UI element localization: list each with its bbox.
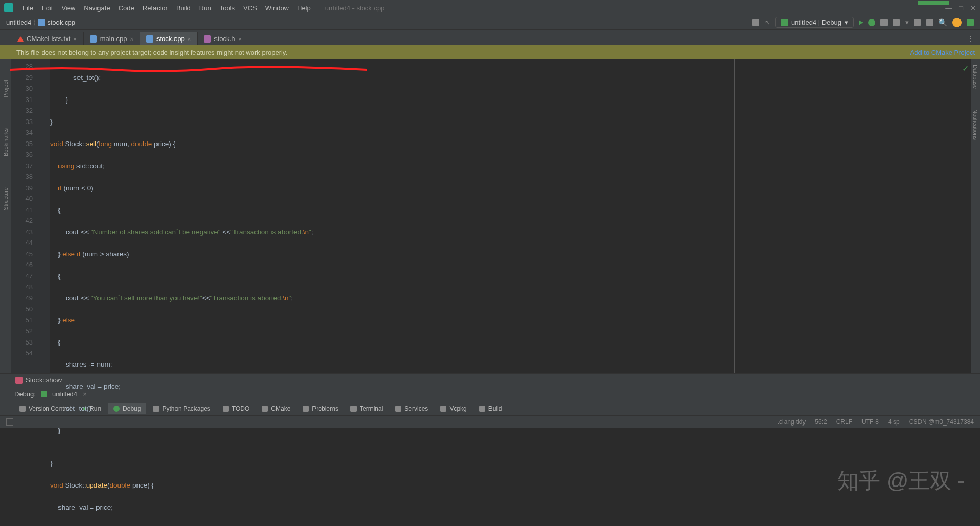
hammer-icon — [41, 391, 47, 397]
banner-text: This file does not belong to any project… — [16, 49, 287, 56]
menu-window[interactable]: Window — [261, 4, 293, 12]
coverage-icon[interactable] — [880, 19, 888, 26]
stop-icon[interactable] — [926, 19, 933, 26]
menu-tools[interactable]: Tools — [215, 4, 239, 12]
tabs-more-icon[interactable]: ⋮ — [961, 32, 980, 45]
cpp-file-icon — [38, 19, 45, 26]
tab-main-cpp[interactable]: main.cpp× — [84, 32, 140, 45]
menu-view[interactable]: View — [57, 4, 80, 12]
secondary-editor-pane: ✓ — [735, 59, 971, 373]
menu-run[interactable]: Run — [195, 4, 215, 12]
warning-banner: This file does not belong to any project… — [0, 45, 980, 59]
title-bar: File Edit View Navigate Code Refactor Bu… — [0, 0, 980, 15]
inspection-ok-icon[interactable]: ✓ — [962, 64, 969, 73]
tab-label: CMakeLists.txt — [27, 35, 70, 43]
close-tab-icon[interactable]: × — [73, 36, 76, 42]
status-indent[interactable]: 4 sp — [888, 418, 900, 426]
structure-tool-button[interactable]: Structure — [3, 187, 9, 210]
menu-file[interactable]: File — [18, 4, 37, 12]
app-logo-icon — [4, 3, 13, 12]
close-tab-icon[interactable]: × — [188, 36, 191, 42]
status-line-ending[interactable]: CRLF — [836, 418, 852, 426]
tool-windows-toggle-icon[interactable] — [6, 418, 13, 426]
bookmarks-tool-button[interactable]: Bookmarks — [3, 128, 9, 156]
attach-icon[interactable] — [914, 19, 921, 26]
tab-stock-h[interactable]: stock.h× — [198, 32, 248, 45]
status-clang-tidy[interactable]: .clang-tidy — [778, 418, 806, 426]
debug-button-icon[interactable] — [868, 19, 875, 26]
tab-label: stock.cpp — [156, 35, 185, 43]
menu-refactor[interactable]: Refactor — [139, 4, 172, 12]
progress-indicator-icon — [918, 1, 949, 5]
search-icon[interactable]: 🔍 — [938, 18, 947, 27]
menu-vcs[interactable]: VCS — [239, 4, 261, 12]
breadcrumb-file[interactable]: stock.cpp — [47, 18, 75, 26]
run-configuration-select[interactable]: untitled4 | Debug ▾ — [775, 17, 854, 28]
dropdown-icon[interactable]: ▾ — [905, 18, 909, 26]
avatar-icon[interactable] — [952, 18, 962, 27]
function-icon — [15, 377, 23, 384]
tab-label: stock.h — [214, 35, 235, 43]
h-icon — [204, 35, 211, 43]
close-window-icon[interactable]: ✕ — [970, 4, 976, 12]
line-number-gutter: 2829303132333435363738394041424344454647… — [11, 59, 43, 373]
vcs-icon — [19, 406, 26, 412]
maximize-icon[interactable]: □ — [959, 4, 963, 12]
right-tool-strip: Database Notifications — [971, 59, 980, 373]
editor-tabs: CMakeLists.txt× main.cpp× stock.cpp× sto… — [0, 30, 980, 45]
tab-label: main.cpp — [100, 35, 127, 43]
breadcrumb-root[interactable]: untitled4 — [6, 18, 31, 26]
status-cursor-position[interactable]: 56:2 — [815, 418, 827, 426]
status-extra: CSDN @m0_74317384 — [909, 418, 974, 426]
menu-help[interactable]: Help — [293, 4, 315, 12]
tab-cmakelists[interactable]: CMakeLists.txt× — [11, 32, 84, 45]
cpp-icon — [146, 35, 153, 43]
run-button-icon[interactable] — [859, 20, 863, 25]
breadcrumb-sep: ⟩ — [33, 18, 36, 26]
chevron-down-icon: ▾ — [845, 18, 848, 26]
database-tool-button[interactable]: Database — [972, 65, 978, 89]
ide-update-icon[interactable] — [967, 19, 974, 26]
debug-label: Debug: — [14, 390, 36, 398]
fold-gutter[interactable] — [43, 59, 50, 373]
project-tool-button[interactable]: Project — [3, 80, 9, 97]
navigation-bar: untitled4 ⟩ stock.cpp ↖ untitled4 | Debu… — [0, 15, 980, 30]
menu-edit[interactable]: Edit — [37, 4, 57, 12]
menu-code[interactable]: Code — [114, 4, 139, 12]
menu-navigate[interactable]: Navigate — [80, 4, 114, 12]
add-to-cmake-link[interactable]: Add to CMake Project — [910, 49, 975, 56]
code-editor[interactable]: set_tot(); } } void Stock::sell(long num… — [50, 59, 734, 373]
window-title: untitled4 - stock.cpp — [325, 4, 385, 12]
cpp-icon — [90, 35, 97, 43]
hammer-icon — [781, 19, 788, 26]
cmake-icon — [17, 36, 24, 42]
watermark-text: 知乎 @王双 - — [837, 467, 965, 495]
close-tab-icon[interactable]: × — [130, 36, 133, 42]
menu-build[interactable]: Build — [172, 4, 195, 12]
tab-stock-cpp[interactable]: stock.cpp× — [140, 32, 198, 45]
back-icon[interactable]: ↖ — [765, 18, 770, 26]
profile-icon[interactable] — [893, 19, 900, 26]
user-icon[interactable] — [752, 19, 759, 26]
status-encoding[interactable]: UTF-8 — [861, 418, 879, 426]
close-tab-icon[interactable]: × — [238, 36, 241, 42]
left-tool-strip: Project Bookmarks Structure — [0, 59, 11, 373]
notifications-tool-button[interactable]: Notifications — [972, 109, 978, 140]
run-config-label: untitled4 | Debug — [791, 18, 841, 26]
